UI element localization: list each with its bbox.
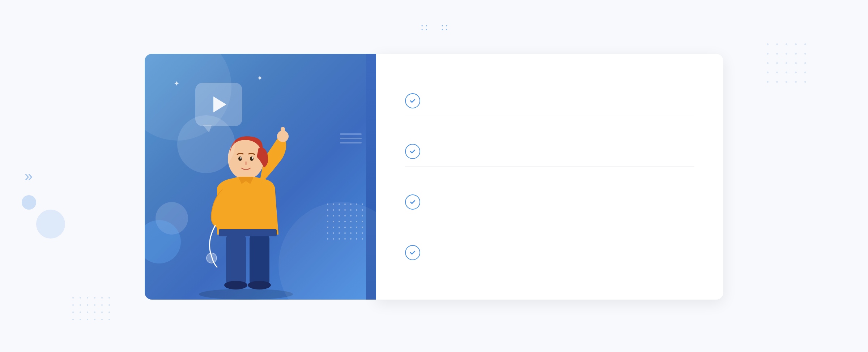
svg-rect-13 [219,229,277,236]
check-icon-1 [405,93,420,108]
feature-item-1 [405,86,694,116]
features-card [376,54,723,300]
feature-item-4 [405,238,694,267]
svg-point-3 [224,281,247,289]
svg-rect-6 [281,127,285,138]
header-dots-left-icon: ∷ [421,22,427,34]
header-section: ∷ ∷ [421,0,447,39]
svg-point-11 [240,157,242,159]
sparkle-icon-1: ✦ [174,79,180,88]
svg-point-12 [252,157,253,159]
blue-side-bar [366,54,376,300]
svg-rect-1 [226,235,246,285]
sparkle-icon-2: ✦ [257,74,263,82]
bottom-left-dots: const bd = document.querySelector('[data… [72,297,113,323]
feature-item-2 [405,137,694,167]
deco-lines [340,133,362,146]
deco-circle-large [177,115,235,173]
svg-point-14 [207,253,217,263]
svg-rect-2 [250,235,269,285]
header-dots-right-icon: ∷ [441,22,447,34]
svg-point-4 [248,281,271,289]
illus-dots: const id2 = document.querySelector('.ill… [327,203,365,242]
left-circle-deco-2 [22,195,36,210]
dots-decoration-right: const dr = document.querySelector('.dots… [767,43,810,87]
check-icon-3 [405,194,420,210]
svg-point-9 [238,156,242,161]
main-content: ✦ ✦ const id2 = document.querySelector('… [145,54,723,300]
feature-item-3 [405,187,694,217]
svg-point-10 [250,156,254,161]
illustration-card: ✦ ✦ const id2 = document.querySelector('… [145,54,376,300]
header-title-row: ∷ ∷ [421,22,447,34]
left-chevron-decoration: » [25,168,30,184]
page-container: const dr = document.querySelector('.dots… [0,0,868,352]
check-icon-2 [405,144,420,159]
check-icon-4 [405,245,420,260]
svg-point-0 [199,289,293,300]
left-circle-deco [36,210,65,239]
